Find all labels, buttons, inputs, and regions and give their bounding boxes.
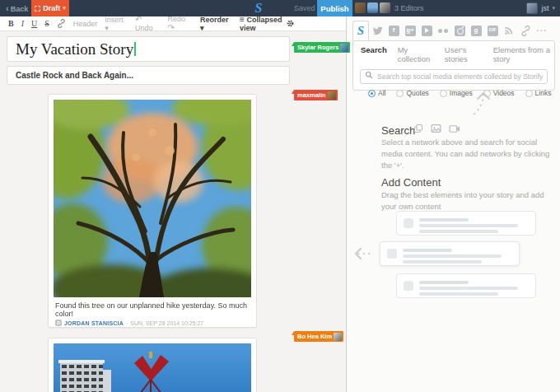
- draft-dashed-icon: [35, 6, 40, 12]
- user-avatar: [526, 2, 538, 14]
- add-content-heading: Add Content: [381, 176, 441, 189]
- formatting-toolbar: B I U S Header Insert ▾ ↶ Undo Redo ↷ Re…: [0, 16, 346, 31]
- add-content-description: Drag the best elements into your story a…: [381, 189, 558, 212]
- flickr-icon: [438, 29, 448, 33]
- insert-dropdown[interactable]: Insert ▾: [105, 16, 128, 32]
- collaborator-name: maxmalin: [297, 91, 326, 99]
- publish-button[interactable]: Publish: [317, 0, 352, 16]
- chevron-down-icon: ▾: [63, 5, 66, 12]
- placeholder-avatar: [387, 249, 397, 259]
- network-selector-row: S f g+ g GIF ···: [352, 21, 550, 40]
- editor-avatar-2[interactable]: [367, 2, 378, 13]
- collaborator-cursor-label: maxmalin: [294, 90, 338, 100]
- timestamp: SUN, SEP 28 2014 10:25:27: [130, 320, 203, 326]
- collaborator-avatar: [340, 44, 348, 52]
- youtube-network-tab[interactable]: [418, 21, 435, 40]
- user-account-menu[interactable]: jst ▾: [526, 0, 555, 16]
- google-network-tab[interactable]: g: [468, 21, 484, 40]
- reorder-dropdown[interactable]: Reorder ▾: [200, 16, 232, 32]
- back-button[interactable]: ‹Back: [6, 0, 28, 16]
- story-element-image-card[interactable]: Found this tree on our unplanned hike ye…: [48, 94, 257, 328]
- editor-avatar-3[interactable]: [380, 2, 390, 13]
- attribution-row: JORDAN STANISCIA · SUN, SEP 28 2014 10:2…: [55, 320, 250, 326]
- collaborator-name: Bo Hea Kim: [297, 333, 332, 340]
- collaborator-avatar: [334, 333, 342, 341]
- search-field-wrap: [360, 68, 548, 84]
- facebook-icon: f: [389, 26, 399, 36]
- underline-button[interactable]: U: [31, 19, 37, 28]
- dotted-arrow-left-icon: [353, 247, 375, 260]
- placeholder-avatar: [404, 218, 413, 228]
- placeholder-line: [419, 292, 498, 296]
- facebook-network-tab[interactable]: f: [385, 21, 402, 40]
- tab-my-collection[interactable]: My collection: [398, 45, 434, 63]
- storify-network-tab[interactable]: S: [352, 21, 369, 40]
- draft-label: Draft: [43, 4, 60, 12]
- giphy-network-tab[interactable]: GIF: [484, 21, 501, 40]
- quote-elements-icon: [413, 124, 423, 133]
- story-title: My Vacation Story: [16, 40, 133, 58]
- more-networks-button[interactable]: ···: [534, 21, 550, 40]
- gif-icon: GIF: [488, 26, 498, 36]
- strikethrough-button[interactable]: S: [44, 19, 49, 28]
- tab-elements-from-story[interactable]: Elements from a story: [493, 45, 554, 63]
- link-button[interactable]: [57, 19, 66, 28]
- more-icon: ···: [537, 26, 548, 35]
- chevron-down-icon: ▾: [552, 5, 555, 12]
- radio-icon: [396, 90, 404, 97]
- placeholder-line: [419, 218, 469, 222]
- draft-status-dropdown[interactable]: Draft ▾: [31, 0, 69, 16]
- collaborator-avatar: [328, 91, 336, 100]
- dotted-arrow-up-icon: [458, 87, 491, 127]
- filter-links[interactable]: Links: [525, 89, 552, 97]
- panel-tabs: Search My collection User's stories Elem…: [353, 41, 554, 63]
- filter-all[interactable]: All: [368, 89, 385, 97]
- author-link[interactable]: JORDAN STANISCIA: [64, 320, 124, 326]
- googleplus-network-tab[interactable]: g+: [402, 21, 418, 40]
- editor-avatar-1[interactable]: [355, 2, 366, 13]
- saved-status: Saved: [294, 0, 315, 16]
- search-section-icons: [413, 124, 460, 133]
- settings-gear-button[interactable]: [286, 19, 295, 30]
- tab-users-stories[interactable]: User's stories: [445, 45, 483, 63]
- topbar: ‹Back Draft ▾ S Saved Publish 3 Editors …: [0, 0, 560, 16]
- chevron-down-icon: ▾: [105, 24, 109, 32]
- image-elements-icon: [431, 124, 441, 133]
- search-section-heading: Search: [381, 124, 415, 137]
- radio-icon: [440, 90, 447, 97]
- story-element-image-card[interactable]: [48, 338, 257, 392]
- tab-search[interactable]: Search: [361, 45, 387, 63]
- placeholder-line: [403, 254, 502, 258]
- sculpture-photo[interactable]: [54, 343, 251, 392]
- instagram-network-tab[interactable]: [451, 21, 468, 40]
- flickr-network-tab[interactable]: [435, 21, 451, 40]
- separator: ·: [126, 320, 128, 326]
- embed-link-network-tab[interactable]: [517, 21, 534, 40]
- twitter-network-tab[interactable]: [369, 21, 385, 40]
- placeholder-line: [419, 224, 518, 227]
- radio-icon: [525, 90, 533, 97]
- text-cursor: [134, 42, 136, 56]
- bold-button[interactable]: B: [8, 19, 14, 28]
- story-description-field[interactable]: Castle Rock and Back Again...: [7, 66, 290, 85]
- storify-icon: S: [357, 24, 364, 38]
- tree-photo[interactable]: [54, 100, 251, 297]
- content-placeholder-card: [396, 211, 536, 236]
- header-button[interactable]: Header: [73, 20, 98, 28]
- gear-icon: [286, 19, 295, 28]
- italic-button[interactable]: I: [21, 19, 24, 28]
- placeholder-line: [419, 230, 498, 233]
- placeholder-line: [403, 249, 452, 252]
- redo-button[interactable]: Redo ↷: [168, 15, 193, 32]
- storify-logo[interactable]: S: [251, 1, 266, 16]
- chain-link-icon: [520, 26, 531, 36]
- youtube-icon: [422, 26, 432, 36]
- story-title-field[interactable]: My Vacation Story: [7, 36, 290, 62]
- undo-button[interactable]: ↶ Undo: [135, 15, 160, 32]
- search-controls-card: Search My collection User's stories Elem…: [352, 40, 555, 91]
- search-input[interactable]: [360, 69, 548, 84]
- filter-quotes[interactable]: Quotes: [396, 89, 428, 97]
- placeholder-line: [403, 260, 482, 264]
- placeholder-avatar: [404, 281, 413, 291]
- rss-network-tab[interactable]: [501, 21, 517, 40]
